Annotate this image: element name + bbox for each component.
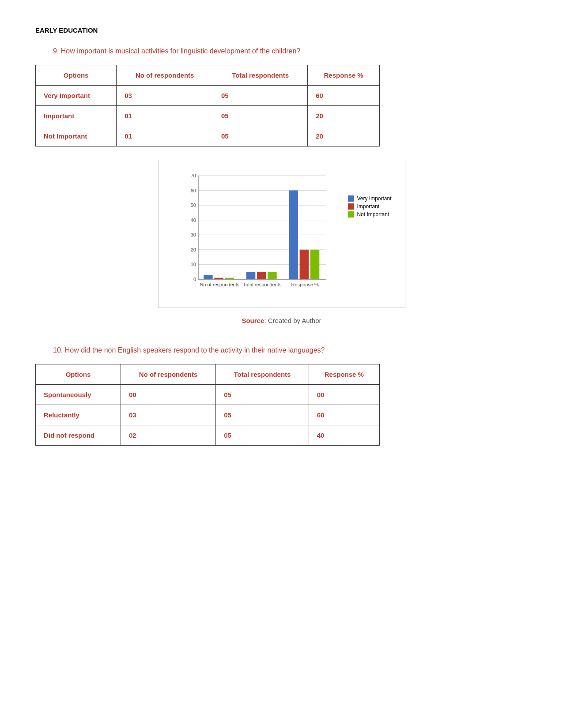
table-cell: 20 [308,126,380,146]
svg-rect-25 [299,250,309,279]
question-10: 10. How did the non English speakers res… [53,346,528,354]
legend-color [348,195,354,202]
table-cell: 05 [216,385,309,405]
col-response-q9: Response % [308,65,380,86]
col-respondents-q9: No of respondents [117,65,213,86]
svg-rect-18 [225,278,234,279]
table-cell: 20 [308,106,380,126]
table-q9: Options No of respondents Total responde… [35,65,380,146]
svg-text:50: 50 [190,203,196,208]
table-cell: 01 [117,126,213,146]
legend-item: Not Important [348,211,391,218]
svg-text:Total respondents: Total respondents [243,282,281,287]
svg-rect-16 [204,275,213,279]
col-total-q9: Total respondents [213,65,308,86]
col-respondents-q10: No of respondents [121,364,215,385]
table-cell: Important [36,106,117,126]
table-cell: 02 [121,425,215,446]
source-line: Source: Created by Author [35,317,528,324]
svg-rect-24 [289,191,298,279]
legend-item: Very Important [348,195,391,202]
svg-text:Response %: Response % [291,282,319,287]
table-cell: 00 [309,385,379,405]
table-cell: Spontaneously [36,385,121,405]
legend-item: Important [348,203,391,210]
svg-text:0: 0 [193,277,196,282]
table-cell: 60 [309,405,379,425]
table-cell: 03 [117,86,213,106]
table-q10: Options No of respondents Total responde… [35,364,380,446]
table-cell: 01 [117,106,213,126]
table-cell: 03 [121,405,215,425]
source-bold: Source [242,317,264,324]
table-cell: 00 [121,385,215,405]
svg-text:30: 30 [190,232,196,237]
table-cell: 05 [216,405,309,425]
bar-chart-svg: 010203040506070No of respondentsTotal re… [181,169,384,301]
chart-area: 010203040506070No of respondentsTotal re… [181,169,396,303]
table-cell: Very Important [36,86,117,106]
col-total-q10: Total respondents [216,364,309,385]
svg-rect-26 [310,250,319,279]
svg-text:40: 40 [190,218,196,223]
table-cell: 40 [309,425,379,446]
svg-rect-21 [257,272,266,279]
legend-color [348,203,354,210]
legend-color [348,211,354,218]
legend-label: Not Important [357,211,389,218]
table-cell: 05 [213,126,308,146]
svg-text:60: 60 [190,188,196,193]
table-cell: 60 [308,86,380,106]
svg-rect-17 [214,278,223,279]
col-options-q10: Options [36,364,121,385]
chart-legend: Very Important Important Not Important [348,195,391,219]
table-cell: 05 [213,106,308,126]
chart-q9: 010203040506070No of respondentsTotal re… [158,160,405,308]
svg-rect-22 [268,272,277,279]
question-9: 9. How important is musical activities f… [53,47,528,55]
table-cell: Reluctantly [36,405,121,425]
table-cell: 05 [213,86,308,106]
table-cell: 05 [216,425,309,446]
col-response-q10: Response % [309,364,379,385]
page-header: EARLY EDUCATION [35,26,528,34]
svg-text:70: 70 [190,173,196,178]
svg-rect-20 [246,272,255,279]
svg-text:20: 20 [190,247,196,252]
legend-label: Very Important [357,195,391,202]
svg-text:10: 10 [190,262,196,267]
source-text: : Created by Author [264,317,321,324]
col-options-q9: Options [36,65,117,86]
svg-text:No of respondents: No of respondents [200,282,239,287]
table-cell: Did not respond [36,425,121,446]
table-cell: Not Important [36,126,117,146]
legend-label: Important [357,203,379,210]
